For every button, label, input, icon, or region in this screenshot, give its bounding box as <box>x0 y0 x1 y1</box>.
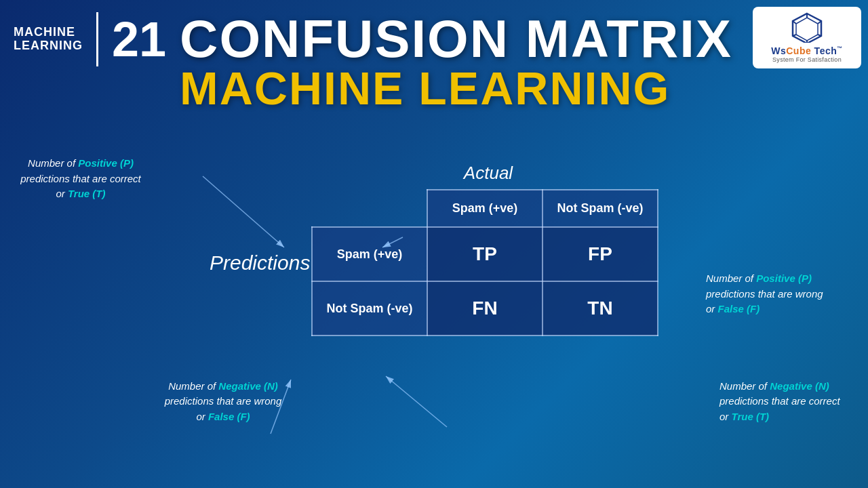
annotation-top-left: Number of Positive (P) predictions that … <box>0 156 169 202</box>
subtitle: MACHINE LEARNING <box>180 65 732 111</box>
svg-marker-1 <box>796 18 818 41</box>
annotation-top-right: Number of Positive (P) predictions that … <box>706 271 868 317</box>
row-header-notspam: Not Spam (-ve) <box>312 281 427 336</box>
actual-label: Actual <box>318 163 658 184</box>
corner-cell <box>312 190 427 227</box>
col-header-notspam: Not Spam (-ve) <box>542 190 658 227</box>
logo-name: WsCube Tech™ <box>771 45 843 56</box>
annotation-bottom-left: Number of Negative (N) predictions that … <box>128 379 318 425</box>
table-header-row: Spam (+ve) Not Spam (-ve) <box>312 190 658 227</box>
main-title: CONFUSION MATRIX <box>180 12 732 65</box>
ml-badge: MACHINELEARNING 21 <box>14 12 166 66</box>
highlight-negative-n-bottomleft: Negative (N) <box>218 380 278 392</box>
cell-tn: TN <box>542 281 658 336</box>
col-header-spam: Spam (+ve) <box>427 190 542 227</box>
annotation-bottom-right: Number of Negative (N) predictions that … <box>719 379 868 425</box>
cell-fp: FP <box>542 227 658 281</box>
highlight-positive-p-topright: Positive (P) <box>756 272 812 284</box>
matrix-row-wrapper: Predictions Spam (+ve) Not Spam (-ve) Sp… <box>210 189 658 336</box>
cell-fn: FN <box>427 281 542 336</box>
divider <box>96 12 98 66</box>
confusion-matrix-table: Spam (+ve) Not Spam (-ve) Spam (+ve) TP … <box>311 189 658 336</box>
highlight-false-f-topright: False (F) <box>718 303 760 314</box>
table-row-notspam: Not Spam (-ve) FN TN <box>312 281 658 336</box>
highlight-negative-n-bottomright: Negative (N) <box>770 380 829 392</box>
highlight-true-t-bottomright: True (T) <box>732 411 770 422</box>
header: MACHINELEARNING 21 CONFUSION MATRIX MACH… <box>0 0 868 111</box>
logo-box: WsCube Tech™ System For Satisfaction <box>753 7 861 68</box>
logo-icon <box>790 12 824 43</box>
row-header-spam: Spam (+ve) <box>312 227 427 281</box>
highlight-true-t-topleft: True (T) <box>68 188 106 199</box>
main-content: Actual Predictions Spam (+ve) Not Spam (… <box>0 149 868 488</box>
cell-tp: TP <box>427 227 542 281</box>
highlight-positive-p-topleft: Positive (P) <box>78 157 134 169</box>
episode-number: 21 <box>112 15 166 64</box>
highlight-false-f-bottomleft: False (F) <box>208 411 250 422</box>
logo-tagline: System For Satisfaction <box>772 56 842 63</box>
predictions-label: Predictions <box>210 251 311 274</box>
table-row-spam: Spam (+ve) TP FP <box>312 227 658 281</box>
title-block: CONFUSION MATRIX MACHINE LEARNING <box>180 12 732 111</box>
matrix-wrapper: Actual Predictions Spam (+ve) Not Spam (… <box>210 163 658 336</box>
ml-label: MACHINELEARNING <box>14 26 83 53</box>
